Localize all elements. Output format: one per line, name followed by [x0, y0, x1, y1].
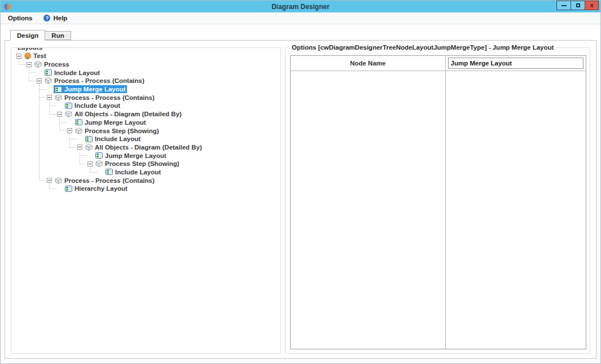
options-groupbox: Options [cwDiagramDesignerTreeNodeLayout… — [285, 47, 590, 354]
tree-node-label: Jump Merge Layout — [105, 152, 166, 159]
tree-node[interactable]: All Objects - Diagram (Detailed By) — [57, 110, 279, 119]
menu-help[interactable]: ? Help — [41, 14, 70, 23]
tree-children: Include LayoutAll Objects - Diagram (Det… — [69, 135, 279, 176]
tree-node-label: Hierarchy Layout — [74, 185, 128, 192]
tree-node[interactable]: Include Layout — [98, 168, 279, 177]
tree-node[interactable]: Test — [16, 52, 279, 60]
tree-node-label: Jump Merge Layout — [64, 86, 126, 93]
tree-node[interactable]: Process — [27, 60, 279, 69]
options-table-body-right — [446, 71, 586, 349]
tree-node[interactable]: Include Layout — [37, 68, 279, 77]
cube-icon — [65, 111, 72, 117]
collapse-expander-icon[interactable] — [27, 62, 32, 67]
tree-node-body: Hierarchy Layout — [64, 185, 129, 192]
minus-glyph — [48, 97, 51, 98]
model-icon — [24, 52, 31, 59]
tree-node[interactable]: Process - Process (Contains) — [37, 77, 279, 85]
cube-icon — [45, 77, 52, 84]
layout-icon — [65, 103, 72, 109]
node-name-input[interactable] — [448, 58, 584, 69]
menu-bar: Options ? Help — [1, 12, 600, 24]
tree-node-body: Include Layout — [104, 168, 162, 176]
collapse-expander-icon[interactable] — [47, 95, 52, 100]
options-table: Node Name — [290, 55, 586, 349]
tree-node-body: Test — [23, 52, 47, 60]
tree-node-body: Jump Merge Layout — [94, 152, 168, 160]
collapse-expander-icon[interactable] — [47, 178, 52, 183]
menu-options[interactable]: Options — [5, 14, 35, 23]
minus-glyph — [17, 56, 20, 56]
tree-node[interactable]: Hierarchy Layout — [57, 185, 279, 193]
minus-glyph — [78, 147, 81, 147]
tree-children: Jump Merge LayoutProcess Step (Showing)I… — [59, 119, 279, 177]
tab-run[interactable]: Run — [45, 31, 71, 40]
form-body: Design Run Layouts TestProcessInclude La… — [1, 24, 600, 363]
close-icon: x — [590, 2, 593, 8]
minus-glyph — [28, 64, 30, 65]
collapse-expander-icon[interactable] — [87, 161, 93, 166]
collapse-expander-icon[interactable] — [77, 144, 82, 150]
window-controls: x — [556, 1, 599, 10]
title-bar[interactable]: Diagram Designer x — [1, 1, 600, 12]
minus-glyph — [38, 81, 41, 81]
tree-node[interactable]: Include Layout — [57, 102, 279, 110]
minimize-button[interactable] — [556, 1, 571, 10]
layout-icon — [95, 152, 103, 159]
tree-node[interactable]: Jump Merge Layout — [67, 119, 279, 127]
layout-icon — [85, 136, 93, 142]
tree-node-label: Process - Process (Contains) — [64, 177, 155, 184]
tree-node[interactable]: Include Layout — [77, 135, 279, 143]
tree-children: Include Layout — [90, 168, 279, 177]
tree-node-body: Process Step (Showing) — [94, 160, 181, 168]
tree-node-body: Jump Merge Layout — [74, 119, 147, 126]
minimize-icon — [561, 5, 567, 6]
tree-node-label: Include Layout — [95, 135, 141, 142]
tree-node[interactable]: Jump Merge Layout — [47, 85, 279, 94]
tree-node[interactable]: Process - Process (Contains) — [47, 176, 279, 185]
tree-node[interactable]: Process Step (Showing) — [67, 126, 279, 135]
tree-node-label: All Objects - Diagram (Detailed By) — [95, 144, 202, 151]
tree-node-body: Include Layout — [84, 135, 142, 143]
maximize-button[interactable] — [571, 1, 585, 10]
tree-node[interactable]: Jump Merge Layout — [87, 151, 279, 160]
cube-icon — [55, 177, 62, 184]
layout-icon — [75, 119, 82, 125]
tab-design[interactable]: Design — [10, 30, 45, 41]
tree-node[interactable]: All Objects - Diagram (Detailed By) — [77, 143, 279, 152]
layouts-groupbox: Layouts TestProcessInclude LayoutProcess… — [11, 47, 281, 354]
tree-node-body: Process Step (Showing) — [74, 127, 160, 135]
close-button[interactable]: x — [585, 1, 599, 10]
tree-node-label: Include Layout — [115, 169, 161, 176]
cube-icon — [75, 128, 82, 134]
maximize-icon — [576, 3, 580, 7]
options-table-body-left — [291, 71, 446, 349]
collapse-expander-icon[interactable] — [37, 78, 42, 84]
minus-glyph — [48, 180, 51, 181]
layout-icon — [65, 186, 72, 192]
tree-node-body: Process — [33, 60, 71, 68]
tree-node-body: All Objects - Diagram (Detailed By) — [84, 143, 203, 151]
cube-icon — [85, 144, 93, 151]
help-icon: ? — [43, 15, 50, 21]
tree-node-label: Process - Process (Contains) — [54, 77, 144, 84]
layout-icon — [45, 69, 52, 76]
tree-node-body: Process - Process (Contains) — [54, 177, 156, 185]
collapse-expander-icon[interactable] — [67, 128, 72, 133]
tree-node[interactable]: Process Step (Showing) — [87, 160, 279, 168]
tab-strip: Design Run — [10, 30, 596, 40]
tree-children: Include LayoutAll Objects - Diagram (Det… — [49, 102, 279, 176]
window-title: Diagram Designer — [1, 3, 600, 11]
design-tab-page: Layouts TestProcessInclude LayoutProcess… — [5, 40, 596, 359]
layout-icon — [106, 169, 113, 175]
tree-node-label: Process — [44, 61, 69, 68]
collapse-expander-icon[interactable] — [57, 112, 62, 117]
tree-node[interactable]: Process - Process (Contains) — [47, 93, 279, 102]
collapse-expander-icon[interactable] — [16, 54, 21, 59]
tree-children: Jump Merge LayoutProcess - Process (Cont… — [39, 85, 279, 193]
menu-help-label: Help — [53, 15, 67, 21]
layout-icon — [55, 86, 62, 93]
tree-node-body: All Objects - Diagram (Detailed By) — [64, 110, 183, 118]
tree-children: Jump Merge LayoutProcess Step (Showing)I… — [80, 151, 279, 176]
layouts-groupbox-label: Layouts — [15, 47, 45, 51]
node-name-value-cell — [446, 56, 586, 71]
